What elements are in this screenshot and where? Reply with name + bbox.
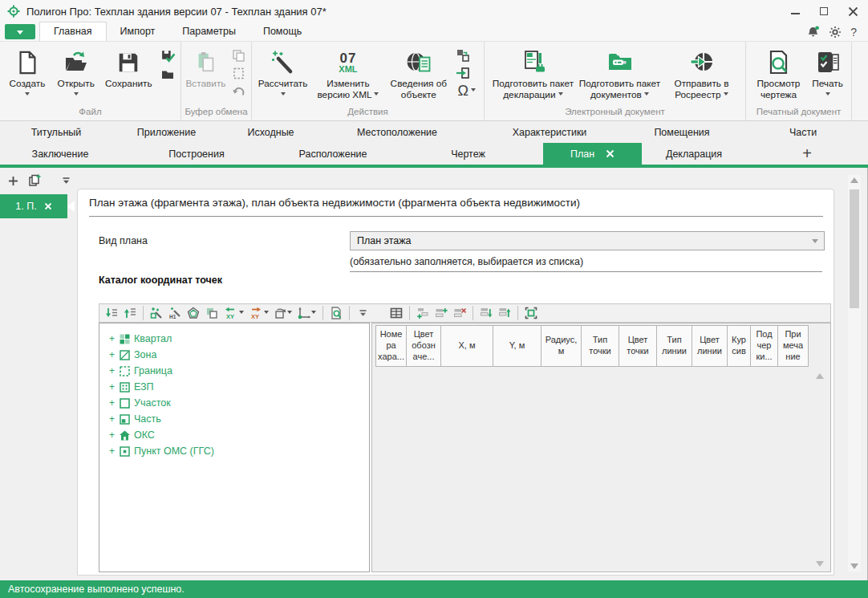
tab-pomeshcheniya[interactable]: Помещения — [626, 121, 738, 143]
column-header-point-type[interactable]: Тип точки — [581, 325, 619, 367]
notifications-bell-icon[interactable] — [807, 26, 820, 39]
column-header-number[interactable]: Номе ра хара... — [375, 325, 407, 367]
create-button[interactable]: Создать — [3, 45, 51, 98]
close-button[interactable] — [847, 6, 858, 17]
calculate-button[interactable]: Рассчитать — [255, 45, 310, 98]
toolbar-options-button[interactable] — [354, 304, 371, 322]
vertical-scrollbar[interactable] — [848, 175, 861, 572]
menu-tab-parametry[interactable]: Параметры — [168, 22, 249, 41]
add-page-button[interactable] — [8, 176, 18, 186]
tab-deklaratsiya[interactable]: Декларация — [642, 143, 746, 165]
column-header-italic[interactable]: Кур сив — [727, 325, 751, 367]
column-header-y[interactable]: Y, м — [493, 325, 541, 367]
column-header-note[interactable]: При меча ние — [777, 325, 809, 367]
pages-options-button[interactable] — [62, 177, 71, 185]
menu-tab-pomoshch[interactable]: Помощь — [249, 22, 315, 41]
open-recent-button[interactable] — [160, 67, 176, 83]
close-page-icon[interactable] — [44, 202, 52, 210]
tab-titulny[interactable]: Титульный — [0, 121, 112, 143]
help-icon[interactable]: ? — [850, 26, 857, 39]
expand-icon[interactable]: + — [108, 333, 116, 344]
delete-row-button[interactable] — [451, 304, 468, 322]
column-header-point-color[interactable]: Цвет точки — [619, 325, 657, 367]
duplicate-page-button[interactable] — [28, 174, 41, 187]
change-xml-version-button[interactable]: 07XML Изменить версию XML — [310, 45, 386, 100]
tab-chasti[interactable]: Части — [738, 121, 868, 143]
tree-item-zona[interactable]: +Зона — [99, 347, 369, 363]
page-tab-1[interactable]: 1. П. — [0, 194, 67, 218]
column-header-line-color[interactable]: Цвет линии — [692, 325, 728, 367]
object-info-button[interactable]: Сведения об объекте — [386, 45, 452, 100]
tree-item-uchastok[interactable]: +Участок — [99, 395, 369, 411]
preview-drawing-button[interactable]: Просмотр чертежа — [750, 45, 808, 100]
settings-gear-icon[interactable] — [829, 26, 842, 39]
copy-objects-button[interactable] — [203, 304, 221, 322]
fit-selection-button[interactable] — [522, 304, 540, 322]
import-object-button[interactable] — [455, 65, 471, 81]
tree-item-kvartal[interactable]: +Квартал — [99, 331, 369, 347]
tab-raspolozhenie[interactable]: Расположение — [273, 143, 393, 165]
table-scroll-down-icon[interactable] — [816, 561, 824, 567]
column-header-x[interactable]: X, м — [440, 325, 493, 367]
column-header-radius[interactable]: Радиус, м — [541, 325, 582, 367]
scroll-down-icon[interactable] — [850, 563, 858, 569]
tree-item-chast[interactable]: +Часть — [99, 411, 369, 427]
omega-symbols-button[interactable]: Ω — [455, 83, 479, 99]
column-header-line-type[interactable]: Тип линии — [656, 325, 692, 367]
tree-item-oks[interactable]: +ОКС — [99, 427, 369, 443]
expand-icon[interactable]: + — [108, 429, 116, 441]
menu-tab-glavnaya[interactable]: Главная — [39, 22, 107, 41]
copy-button[interactable] — [230, 47, 246, 63]
expand-icon[interactable]: + — [108, 381, 116, 393]
undo-button[interactable] — [230, 83, 246, 99]
save-button[interactable]: Сохранить — [101, 45, 156, 90]
paste-button[interactable]: Вставить — [185, 45, 227, 90]
expand-icon[interactable]: + — [108, 397, 116, 409]
prepare-declaration-package-button[interactable]: Подготовить пакет декларации — [490, 45, 577, 100]
tab-chertezh[interactable]: Чертеж — [393, 143, 543, 165]
expand-icon[interactable]: + — [108, 365, 116, 376]
tree-item-ezp[interactable]: +ЕЗП — [99, 379, 369, 395]
move-row-down-button[interactable] — [477, 304, 495, 322]
prepare-documents-package-button[interactable]: Подготовить пакет документов — [577, 45, 663, 100]
plan-type-select[interactable]: План этажа — [350, 231, 825, 250]
tree-item-punkt-oms[interactable]: +Пункт ОМС (ГГС) — [99, 443, 369, 459]
paste-special-button[interactable] — [230, 65, 246, 81]
insert-point-up-button[interactable] — [121, 304, 139, 322]
save-as-button[interactable] — [160, 47, 176, 63]
autofill-object-button[interactable] — [148, 304, 165, 322]
tab-plan[interactable]: План — [543, 143, 642, 165]
tab-iskhodnye[interactable]: Исходные — [221, 121, 321, 143]
rotate-button[interactable] — [271, 304, 294, 322]
tab-mestopolozhenie[interactable]: Местоположение — [321, 121, 473, 143]
export-xy-button[interactable]: XY — [246, 304, 270, 322]
preview-table-button[interactable] — [327, 304, 345, 322]
expand-icon[interactable]: + — [108, 413, 116, 425]
open-button[interactable]: Открыть — [51, 45, 101, 98]
import-xy-button[interactable]: XY — [221, 304, 245, 322]
autofill-h1-button[interactable]: H1 — [166, 304, 184, 322]
print-button[interactable]: Печать — [808, 45, 848, 98]
scroll-up-icon[interactable] — [850, 177, 858, 183]
coordinate-axes-button[interactable] — [294, 304, 318, 322]
minimize-button[interactable] — [789, 6, 801, 17]
close-tab-icon[interactable] — [606, 149, 614, 158]
add-row-button[interactable] — [432, 304, 450, 322]
send-to-rosreestr-button[interactable]: Отправить в Росреестр — [663, 45, 740, 100]
column-header-underline[interactable]: Под чер ки... — [750, 325, 778, 367]
expand-icon[interactable]: + — [108, 349, 116, 360]
menu-tab-import[interactable]: Импорт — [107, 22, 169, 41]
tab-postroeniya[interactable]: Построения — [120, 143, 273, 165]
add-tab-button[interactable]: + — [802, 144, 812, 163]
tab-prilozhenie[interactable]: Приложение — [112, 121, 221, 143]
swap-objects-button[interactable] — [455, 47, 471, 63]
app-menu-button[interactable] — [5, 24, 35, 39]
table-scroll-up-icon[interactable] — [816, 373, 824, 379]
tab-kharakteristiki[interactable]: Характеристики — [473, 121, 626, 143]
column-header-label-color[interactable]: Цвет обозн аче... — [406, 325, 441, 367]
tab-zaklyuchenie[interactable]: Заключение — [0, 143, 120, 165]
scrollbar-thumb[interactable] — [850, 189, 859, 308]
polygon-button[interactable] — [185, 304, 202, 322]
move-row-up-button[interactable] — [496, 304, 513, 322]
insert-point-down-button[interactable] — [103, 304, 120, 322]
